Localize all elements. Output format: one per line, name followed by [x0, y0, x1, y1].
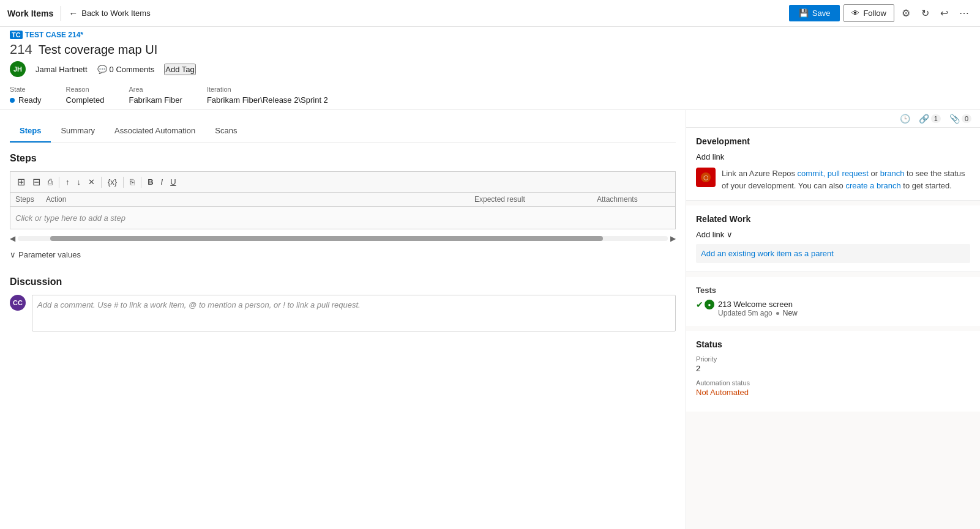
add-step2-button[interactable]: ⊟: [29, 174, 43, 190]
work-item-title-row: 214 Test coverage map UI: [10, 42, 970, 57]
topbar: Work Items ← Back to Work Items 💾 Save 👁…: [0, 0, 980, 27]
add-tag-button[interactable]: Add Tag: [164, 64, 195, 75]
more-icon: ⋯: [959, 8, 969, 18]
tab-scans[interactable]: Scans: [205, 120, 247, 142]
scroll-track[interactable]: [18, 236, 668, 241]
save-button[interactable]: 💾 Save: [789, 5, 840, 21]
topbar-divider: [61, 6, 61, 21]
more-button[interactable]: ⋯: [956, 4, 973, 23]
meta-row: JH Jamal Hartnett 💬 0 Comments Add Tag: [10, 61, 970, 77]
links-badge: 1: [931, 114, 941, 123]
horizontal-scrollbar[interactable]: ◀ ▶: [10, 234, 676, 243]
comments-label: 0 Comments: [110, 65, 155, 74]
dev-description: Link an Azure Repos commit, pull request…: [722, 168, 970, 191]
avatar-initials: JH: [13, 65, 22, 73]
parameter-values-label: Parameter values: [18, 250, 81, 259]
add-link-dropdown[interactable]: Add link ∨: [696, 230, 733, 239]
state-value: Ready: [10, 95, 42, 105]
add-link-label: Add link: [696, 230, 724, 239]
tab-summary[interactable]: Summary: [51, 120, 105, 142]
test-case-label: TC TEST CASE 214*: [10, 31, 970, 39]
discussion-section: Discussion CC Add a comment. Use # to li…: [10, 276, 676, 331]
create-branch-link[interactable]: create a branch: [845, 181, 900, 190]
add-step-row[interactable]: Click or type here to add a step: [10, 207, 675, 229]
link-icon: 🔗: [919, 114, 929, 124]
svg-text:⬡: ⬡: [703, 174, 709, 181]
comment-input[interactable]: Add a comment. Use # to link a work item…: [32, 295, 676, 331]
azure-repos-icon: ⬡: [696, 168, 716, 187]
scroll-left-icon[interactable]: ◀: [10, 234, 15, 243]
test-name-link[interactable]: Welcome screen: [733, 300, 793, 309]
parameter-values-toggle[interactable]: ∨ Parameter values: [10, 248, 676, 262]
col-action: Action: [46, 195, 474, 204]
settings-button[interactable]: ⚙: [898, 4, 914, 23]
copy-button[interactable]: ⎘: [127, 176, 138, 188]
toolbar-divider-3: [123, 177, 124, 188]
related-work-header: Add link ∨: [696, 230, 970, 239]
scroll-right-icon[interactable]: ▶: [670, 234, 676, 243]
move-down-button[interactable]: ↓: [74, 176, 84, 188]
branch-link[interactable]: branch: [880, 169, 905, 178]
insert-shared-button[interactable]: ⎙: [45, 176, 56, 188]
italic-icon: I: [161, 177, 163, 187]
move-up-button[interactable]: ↑: [62, 176, 73, 188]
discussion-title: Discussion: [10, 276, 676, 287]
work-item-id: 214: [10, 42, 32, 57]
tc-icon: TC: [10, 31, 23, 39]
state-label: State: [10, 86, 42, 93]
italic-button[interactable]: I: [158, 176, 166, 188]
col-steps: Steps: [15, 195, 46, 204]
bold-button[interactable]: B: [144, 176, 156, 188]
attachments-button[interactable]: 📎 0: [946, 110, 975, 127]
tab-steps[interactable]: Steps: [10, 120, 51, 142]
steps-table: Steps Action Expected result Attachments…: [10, 192, 676, 229]
follow-label: Follow: [863, 9, 886, 18]
main-layout: Steps Summary Associated Automation Scan…: [0, 110, 980, 529]
toolbar-divider-4: [141, 177, 141, 188]
param-icon: {x}: [108, 177, 117, 187]
links-button[interactable]: 🔗 1: [915, 110, 944, 127]
priority-field: Priority 2: [696, 355, 970, 373]
back-arrow-icon: ←: [69, 8, 78, 18]
add-step-button[interactable]: ⊞: [14, 174, 28, 190]
refresh-button[interactable]: ↻: [918, 4, 933, 23]
save-label: Save: [812, 9, 831, 18]
history-button[interactable]: 🕒: [896, 110, 914, 127]
test-item-name: 213 Welcome screen: [718, 300, 798, 309]
area-label: Area: [129, 86, 182, 93]
arrow-up-icon: ↑: [65, 177, 70, 187]
follow-button[interactable]: 👁 Follow: [843, 4, 894, 22]
scroll-thumb[interactable]: [50, 236, 603, 241]
steps-table-header: Steps Action Expected result Attachments: [10, 193, 675, 207]
comment-placeholder: Add a comment. Use # to link a work item…: [37, 300, 361, 309]
delete-step-button[interactable]: ✕: [85, 176, 98, 188]
gear-icon: ⚙: [902, 8, 910, 18]
steps-title: Steps: [10, 153, 676, 164]
assignee-name: Jamal Hartnett: [36, 65, 88, 74]
comments-link[interactable]: 💬 0 Comments: [97, 65, 155, 74]
dot-separator: [776, 312, 779, 315]
test-item: ✔ ● 213 Welcome screen Updated 5m ago Ne…: [696, 300, 970, 317]
undo-icon: ↩: [940, 8, 948, 18]
add-parent-link[interactable]: Add an existing work item as a parent: [696, 244, 970, 263]
iteration-label: Iteration: [207, 86, 328, 93]
commit-link[interactable]: commit,: [798, 169, 826, 178]
underline-button[interactable]: U: [167, 176, 179, 188]
area-value: Fabrikam Fiber: [129, 95, 182, 105]
pull-request-link[interactable]: pull request: [828, 169, 869, 178]
right-panel: 🕒 🔗 1 📎 0 Development Add link: [686, 110, 980, 529]
steps-section: Steps ⊞ ⊟ ⎙ ↑ ↓ ✕: [10, 153, 676, 262]
undo-button[interactable]: ↩: [937, 4, 952, 23]
add-tag-label: Add Tag: [165, 65, 194, 74]
dev-add-link[interactable]: Add link: [696, 152, 970, 161]
back-to-work-items-link[interactable]: ← Back to Work Items: [69, 8, 150, 18]
iteration-field: Iteration Fabrikam Fiber\Release 2\Sprin…: [207, 86, 328, 105]
history-icon: 🕒: [900, 114, 910, 124]
chevron-down-icon: ∨: [727, 230, 733, 239]
refresh-icon: ↻: [921, 8, 929, 18]
dev-link-row: ⬡ Link an Azure Repos commit, pull reque…: [696, 168, 970, 191]
status-section: Status Priority 2 Automation status Not …: [686, 331, 980, 412]
param-button[interactable]: {x}: [105, 176, 120, 188]
attachments-badge: 0: [962, 114, 971, 123]
tab-associated-automation[interactable]: Associated Automation: [105, 120, 205, 142]
